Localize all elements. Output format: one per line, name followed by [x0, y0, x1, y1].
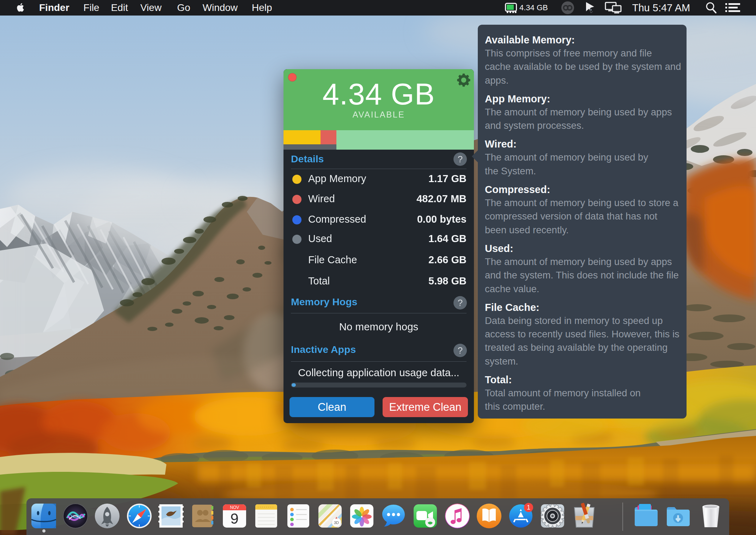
- svg-text:9: 9: [230, 510, 238, 527]
- svg-text:1: 1: [527, 504, 530, 511]
- svg-text:NOV: NOV: [230, 505, 239, 510]
- svg-text:3D: 3D: [334, 521, 339, 525]
